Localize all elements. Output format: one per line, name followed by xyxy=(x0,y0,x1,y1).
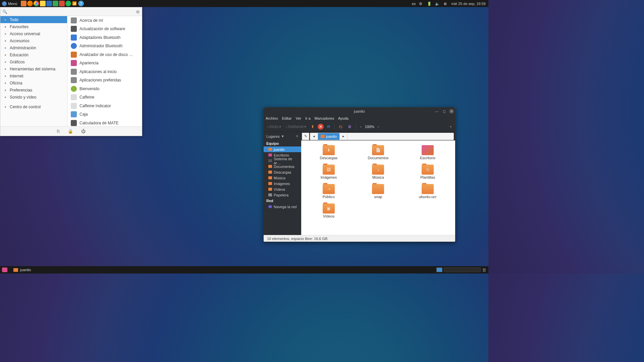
sidebar-item[interactable]: Vídeos xyxy=(264,186,301,192)
menu-app-item[interactable]: Apariencia xyxy=(67,59,139,68)
nav-forward-button[interactable]: › Adelante ▾ xyxy=(284,124,308,130)
menu-category[interactable]: ●Educación xyxy=(0,51,67,58)
fm-menu-item[interactable]: Editar xyxy=(282,116,292,120)
menu-apps-list[interactable]: Acerca de míActualización de softwareAda… xyxy=(67,16,142,126)
computer-button[interactable]: 🖥 xyxy=(346,124,353,130)
fm-menu-item[interactable]: Marcadores xyxy=(315,116,334,120)
fm-menu-item[interactable]: Archivo xyxy=(266,116,278,120)
mail-launcher-icon[interactable] xyxy=(40,1,46,6)
sidebar-item[interactable]: juanito xyxy=(264,146,301,152)
trash-icon[interactable]: 🗑 xyxy=(482,267,486,273)
files-launcher-icon[interactable] xyxy=(21,1,26,6)
view-mode-dropdown[interactable]: ▾ xyxy=(448,124,453,130)
clock[interactable]: mié 25 de sep, 18:59 xyxy=(451,2,486,6)
sidebar-item[interactable]: Navega la red xyxy=(264,204,301,209)
zoom-in-button[interactable]: ▫ xyxy=(376,124,380,130)
firefox-launcher-icon[interactable] xyxy=(27,1,33,6)
help-icon[interactable]: ? xyxy=(78,1,84,6)
menu-category[interactable]: ●Centro de control xyxy=(0,103,67,110)
file-item[interactable]: ubuntu-ucr xyxy=(403,184,452,203)
minimize-button[interactable]: — xyxy=(434,109,439,114)
calc-launcher-icon[interactable] xyxy=(53,1,58,6)
file-item[interactable]: ♪Música xyxy=(354,165,403,184)
nav-back-button[interactable]: ‹ Atrás ▾ xyxy=(266,124,282,130)
sidebar-item[interactable]: Imágenes xyxy=(264,181,301,186)
battery-tray-icon[interactable]: 🔋 xyxy=(427,2,432,6)
menu-app-item[interactable]: Caja xyxy=(67,110,139,119)
menu-app-item[interactable]: Analizador de uso de disco … xyxy=(67,50,139,59)
path-back-button[interactable]: ◂ xyxy=(310,133,318,140)
menu-app-item[interactable]: Calculadora de MATE xyxy=(67,119,139,126)
logout-icon[interactable]: ⎘ xyxy=(57,129,60,134)
workspace-switcher[interactable] xyxy=(444,267,481,272)
home-button[interactable]: 🗀 xyxy=(337,124,344,130)
workspace-1[interactable] xyxy=(436,267,442,272)
sidebar-item[interactable]: Música xyxy=(264,175,301,181)
menu-app-item[interactable]: Acerca de mí xyxy=(67,16,139,25)
taskbar-entry[interactable]: juanito xyxy=(10,267,34,273)
fm-menu-item[interactable]: Ayuda xyxy=(338,116,348,120)
bluetooth-tray-icon[interactable]: ⚙ xyxy=(419,2,424,6)
app-icon xyxy=(71,103,77,109)
file-item[interactable]: 📄Documentos xyxy=(354,145,403,165)
menu-app-item[interactable]: Administrador Bluetooth xyxy=(67,42,139,51)
menu-button[interactable]: Menú xyxy=(0,1,19,6)
nav-up-button[interactable]: ⬆ xyxy=(310,124,316,130)
menu-category[interactable]: ●Administración xyxy=(0,44,67,51)
path-forward-button[interactable]: ▸ xyxy=(340,133,347,140)
fm-titlebar[interactable]: juanito — ◻ ✕ xyxy=(264,108,455,115)
edit-path-button[interactable]: ✎ xyxy=(302,133,309,140)
clear-search-icon[interactable]: ⊗ xyxy=(136,9,140,14)
close-sidebar-icon[interactable]: ✕ xyxy=(296,134,299,138)
menu-app-item[interactable]: Bienvenido xyxy=(67,84,139,93)
file-item[interactable]: ⎘Plantillas xyxy=(403,165,452,184)
menu-app-item[interactable]: Actualización de software xyxy=(67,25,139,34)
close-button[interactable]: ✕ xyxy=(449,109,454,114)
menu-app-item[interactable]: Caffeine xyxy=(67,93,139,102)
menu-app-item[interactable]: Caffeine Indicator xyxy=(67,102,139,110)
file-item[interactable]: ▣Vídeos xyxy=(304,203,354,223)
wifi-icon[interactable]: 📶 xyxy=(72,1,77,6)
file-item[interactable]: 🖼Imágenes xyxy=(304,165,354,184)
stop-button[interactable]: ✕ xyxy=(318,124,324,130)
menu-search-input[interactable] xyxy=(9,9,136,14)
menu-category[interactable]: ●Oficina xyxy=(0,79,67,86)
path-segment-current[interactable]: juanito xyxy=(318,133,340,140)
zoom-out-button[interactable]: ▫ xyxy=(359,124,363,130)
menu-category[interactable]: ●Favourites xyxy=(0,23,67,30)
file-item[interactable]: Escritorio xyxy=(403,145,452,165)
sidebar-item[interactable]: Sistema de ar… xyxy=(264,158,301,164)
impress-launcher-icon[interactable] xyxy=(59,1,65,6)
file-item[interactable]: snap xyxy=(354,184,403,203)
menu-category[interactable]: ●Herramientas del sistema xyxy=(0,65,67,72)
menu-app-item[interactable]: Aplicaciones preferidas xyxy=(67,76,139,85)
fm-menu-item[interactable]: Ver xyxy=(296,116,301,120)
fm-icon-view[interactable]: ⬇Descargas📄DocumentosEscritorio🖼Imágenes… xyxy=(301,140,455,235)
spotify-launcher-icon[interactable] xyxy=(65,1,71,6)
chrome-launcher-icon[interactable] xyxy=(34,1,39,6)
file-item[interactable]: ⇢Público xyxy=(304,184,354,203)
volume-tray-icon[interactable]: 🔈 xyxy=(435,2,440,6)
show-desktop-button[interactable] xyxy=(2,267,7,272)
menu-category[interactable]: ●Sonido y vídeo xyxy=(0,94,67,101)
menu-category[interactable]: ●Accesorios xyxy=(0,37,67,44)
sidebar-item[interactable]: Descargas xyxy=(264,169,301,175)
menu-category[interactable]: ●Gráficos xyxy=(0,58,67,65)
places-selector[interactable]: Lugares▾✕ xyxy=(264,134,301,138)
lock-icon[interactable]: 🔒 xyxy=(68,129,73,134)
menu-category[interactable]: ●Todo xyxy=(0,16,67,23)
menu-category[interactable]: ●Internet xyxy=(0,72,67,79)
reload-button[interactable]: ⟳ xyxy=(326,124,332,130)
power-icon[interactable]: ⏻ xyxy=(81,129,86,134)
menu-app-item[interactable]: Adaptadores Bluetooth xyxy=(67,33,139,42)
fm-menu-item[interactable]: Ir a xyxy=(305,116,311,120)
menu-app-item[interactable]: Aplicaciones al inicio xyxy=(67,67,139,76)
display-tray-icon[interactable]: 🖥 xyxy=(443,2,448,6)
sidebar-item[interactable]: Papelera xyxy=(264,192,301,198)
menu-category[interactable]: ●Preferencias xyxy=(0,86,67,94)
file-item[interactable]: ⬇Descargas xyxy=(304,145,354,165)
writer-launcher-icon[interactable] xyxy=(46,1,52,6)
menu-category[interactable]: ●Acceso universal xyxy=(0,30,67,37)
keyboard-layout-indicator[interactable]: es xyxy=(412,2,416,6)
maximize-button[interactable]: ◻ xyxy=(442,109,446,114)
